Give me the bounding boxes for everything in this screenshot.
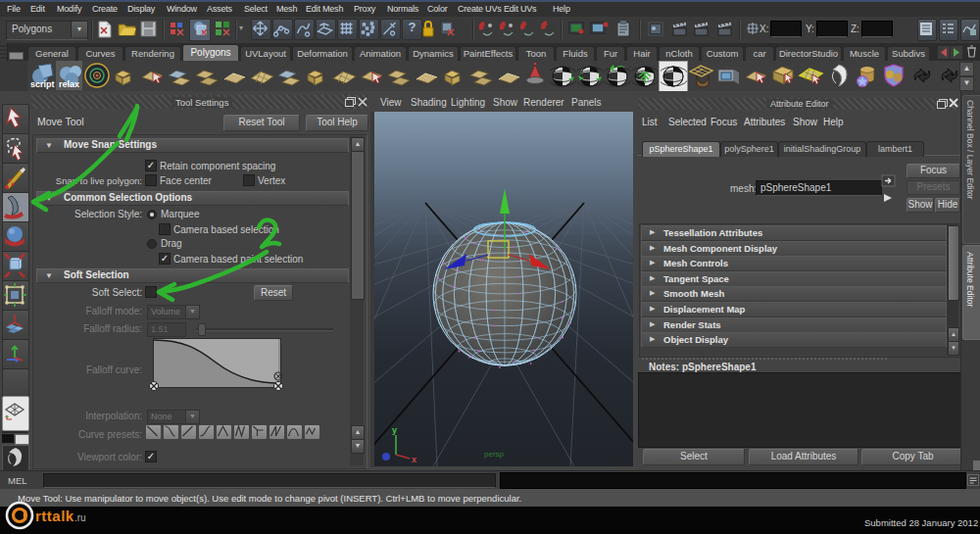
svg-text:rttalk: rttalk: [35, 508, 74, 524]
svg-text:persp: persp: [484, 450, 505, 459]
svg-text:script: script: [30, 79, 55, 89]
svg-text:y: y: [392, 425, 397, 435]
svg-text:x: x: [412, 455, 416, 464]
svg-text:.ru: .ru: [74, 512, 86, 523]
svg-text:relax: relax: [59, 79, 79, 89]
